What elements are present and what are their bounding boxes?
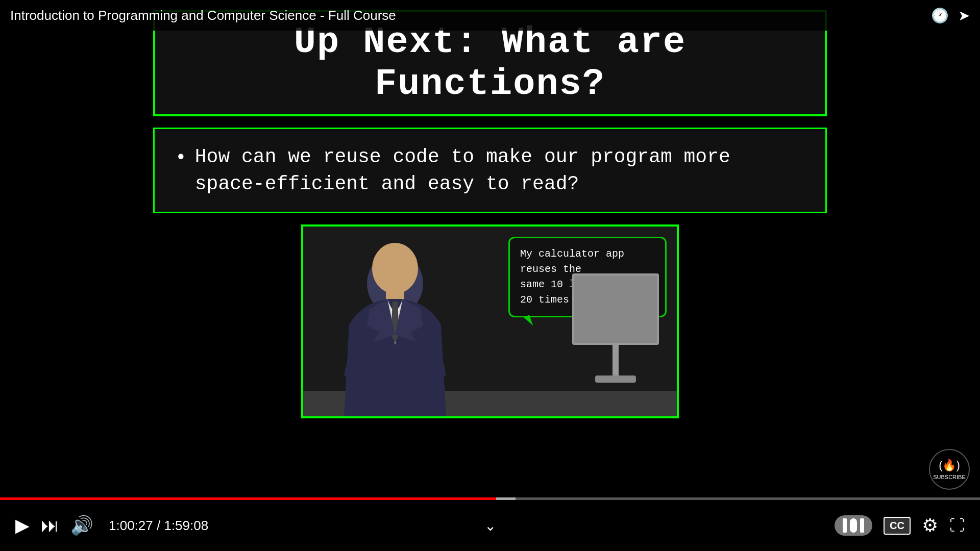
bullet-box: • How can we reuse code to make our prog… — [153, 128, 827, 213]
volume-button[interactable]: 🔊 — [70, 516, 93, 535]
time-display: 1:00:27 / 1:59:08 — [109, 518, 208, 534]
controls-left: ▶ ⏭ 🔊 1:00:27 / 1:59:08 — [15, 516, 484, 535]
history-icon[interactable]: 🕐 — [931, 7, 949, 24]
video-title: Introduction to Programming and Computer… — [10, 8, 396, 23]
monitor-base — [595, 375, 636, 383]
top-bar-icons: 🕐 ➤ — [931, 7, 970, 24]
bullet-item: • How can we reuse code to make our prog… — [175, 143, 805, 197]
pause-bar-right — [860, 518, 864, 533]
skip-next-button[interactable]: ⏭ — [41, 516, 59, 535]
bullet-dot: • — [175, 144, 187, 171]
person-silhouette — [324, 243, 467, 416]
settings-button[interactable]: ⚙ — [922, 516, 938, 535]
monitor-screen — [572, 273, 659, 345]
pause-toggle-button[interactable] — [835, 515, 872, 536]
subscribe-button[interactable]: (🔥) SUBSCRIBE — [929, 449, 970, 490]
svg-point-1 — [372, 243, 418, 294]
controls-right: CC ⚙ ⛶ — [496, 515, 965, 536]
monitor-stand — [612, 345, 619, 375]
person-frame: My calculator app reuses the same 10 lin… — [301, 224, 679, 418]
video-area: Up Next: What are Functions? • How can w… — [0, 0, 980, 500]
fire-icon: (🔥) — [939, 459, 960, 472]
pause-bar-left — [843, 518, 847, 533]
svg-rect-2 — [386, 289, 404, 299]
cc-button[interactable]: CC — [884, 517, 911, 535]
subscribe-label: SUBSCRIBE — [933, 474, 966, 480]
bullet-text: How can we reuse code to make our progra… — [195, 143, 730, 197]
play-button[interactable]: ▶ — [15, 516, 30, 535]
fullscreen-button[interactable]: ⛶ — [949, 518, 965, 533]
up-next-title: Up Next: What are Functions? — [294, 21, 687, 105]
pause-toggle-indicator — [850, 518, 857, 533]
controls-bar: ▶ ⏭ 🔊 1:00:27 / 1:59:08 ⌄ CC ⚙ ⛶ — [0, 500, 980, 551]
share-icon[interactable]: ➤ — [958, 7, 970, 24]
chevron-down-icon[interactable]: ⌄ — [484, 517, 496, 534]
monitor — [565, 273, 667, 416]
controls-center: ⌄ — [484, 517, 496, 534]
slide-content: Up Next: What are Functions? • How can w… — [138, 10, 842, 418]
top-bar: Introduction to Programming and Computer… — [0, 0, 980, 31]
